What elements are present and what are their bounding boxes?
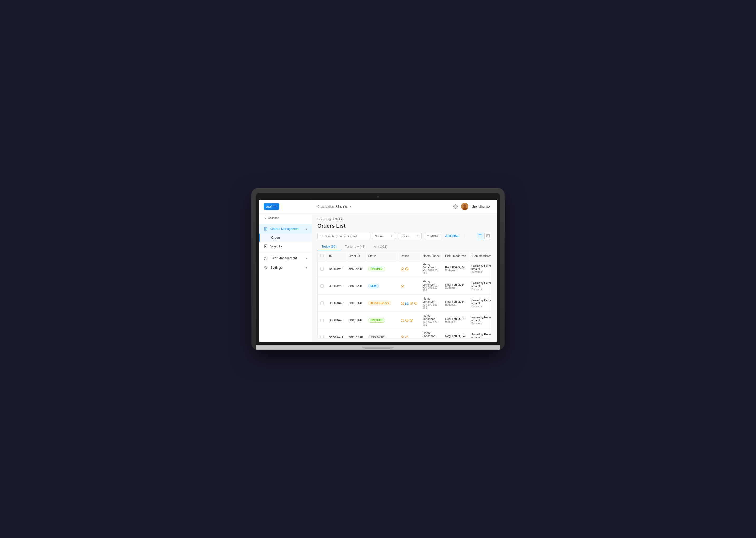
- id-column-header: ID: [327, 251, 346, 260]
- row-dropoff: Pázmány Péter utca, 9 Budapest: [469, 312, 491, 329]
- row-checkbox[interactable]: [320, 284, 324, 288]
- row-dropoff: Pázmány Péter utca, 9 Budapest: [469, 295, 491, 312]
- status-column-header: Status: [365, 251, 398, 260]
- search-box[interactable]: [317, 233, 370, 240]
- select-all-checkbox[interactable]: [320, 254, 324, 257]
- row-checkbox[interactable]: [320, 301, 324, 305]
- breadcrumb: Home page / Orders: [317, 218, 491, 221]
- row-checkbox-cell: [318, 277, 327, 295]
- svg-point-5: [265, 267, 266, 268]
- pickup-column-header: Pick up address: [443, 251, 469, 260]
- tab-tomorrow[interactable]: Tomorrow (43): [341, 242, 370, 251]
- sidebar-item-fleet-management[interactable]: Fleet Management ▼: [259, 253, 312, 263]
- customer-name: Henry Johanson: [423, 297, 440, 303]
- settings-gear-icon[interactable]: [453, 204, 458, 209]
- row-issues: [398, 329, 420, 338]
- clipboard-icon: [264, 227, 268, 231]
- table-row[interactable]: 3BD13A4F 3BD13A4F ASSIGNED Henry Johanso…: [318, 329, 491, 338]
- dropoff-street: Pázmány Péter utca, 9: [471, 333, 491, 338]
- main-content: Organization All areas ▼: [312, 200, 497, 342]
- row-checkbox-cell: [318, 329, 327, 338]
- nav-divider: [259, 252, 312, 252]
- row-status: FINISHED: [365, 260, 398, 277]
- select-all-header[interactable]: [318, 251, 327, 260]
- sidebar-item-orders-management[interactable]: Orders Management ▲: [259, 224, 312, 234]
- waybills-icon: [264, 244, 268, 248]
- search-icon: [320, 235, 323, 238]
- row-status: IN PROGRESS: [365, 295, 398, 312]
- page-content: Home page / Orders Orders List: [312, 213, 497, 342]
- tab-today-label: Today (69): [322, 245, 337, 248]
- row-id: 3BD13A4F: [327, 312, 346, 329]
- pickup-street: Régi Fóti út, 64: [445, 317, 466, 320]
- filter-icon: [427, 235, 429, 237]
- list-view-button[interactable]: [477, 233, 483, 240]
- row-issues: [398, 295, 420, 312]
- issues-icons: [401, 336, 418, 338]
- table-row[interactable]: 3BD13A4F 3BD13A4F IN PROGRESS Henry Joha…: [318, 295, 491, 312]
- dropoff-address: Pázmány Péter utca, 9 Budapest: [471, 316, 491, 325]
- row-order-id: 3BD13A4F: [346, 312, 365, 329]
- collapse-label: Collapse: [268, 216, 279, 219]
- org-value: All areas: [335, 205, 348, 208]
- filters-row: Status ▼ Issues ▼ MORE: [317, 233, 491, 240]
- sidebar-item-settings[interactable]: Settings ▼: [259, 263, 312, 272]
- dropoff-street: Pázmány Péter utca, 9: [471, 281, 491, 288]
- row-checkbox[interactable]: [320, 336, 324, 338]
- dropoff-address: Pázmány Péter utca, 9 Budapest: [471, 264, 491, 274]
- more-label: MORE: [430, 235, 439, 238]
- row-checkbox[interactable]: [320, 267, 324, 271]
- breadcrumb-home[interactable]: Home page: [317, 218, 332, 221]
- search-input[interactable]: [325, 235, 367, 238]
- issues-filter[interactable]: Issues ▼: [398, 233, 422, 240]
- header-right: Jhon Jhonson: [453, 203, 491, 210]
- chevron-left-icon: [264, 216, 267, 219]
- pickup-address: Régi Fóti út, 64 Budapest: [445, 283, 466, 289]
- sidebar-logo[interactable]: OnGobusiness: [259, 200, 312, 214]
- sidebar-item-waybills[interactable]: Waybills: [259, 242, 312, 251]
- customer-phone: +34 682 923 902: [423, 338, 440, 338]
- dropoff-address: Pázmány Péter utca, 9 Budapest: [471, 281, 491, 291]
- customer-phone: +34 682 923 902: [423, 269, 440, 275]
- tab-all-label: All (1021): [374, 245, 387, 248]
- customer-phone: +34 682 923 902: [423, 303, 440, 309]
- org-selector[interactable]: Organization All areas ▼: [317, 205, 352, 208]
- issues-icons: [401, 284, 418, 288]
- tab-all[interactable]: All (1021): [370, 242, 391, 251]
- table-row[interactable]: 3BD13A4F 3BD13A4F NEW Henry Johanson +34…: [318, 277, 491, 295]
- actions-button[interactable]: ACTIONS: [444, 233, 461, 240]
- status-badge: IN PROGRESS: [368, 301, 391, 305]
- user-avatar[interactable]: [461, 203, 469, 210]
- row-checkbox-cell: [318, 312, 327, 329]
- row-name-phone: Henry Johanson +34 682 923 902: [420, 260, 443, 277]
- collapse-button[interactable]: Collapse: [259, 214, 312, 222]
- dropoff-address: Pázmány Péter utca, 9 Budapest: [471, 298, 491, 308]
- status-badge: ASSIGNED: [368, 335, 386, 338]
- status-filter[interactable]: Status ▼: [372, 233, 396, 240]
- orders-table: ID Order ID Status Issues Name/Phone Pic…: [317, 251, 491, 338]
- name-phone: Henry Johanson +34 682 923 902: [423, 314, 440, 326]
- row-pickup: Régi Fóti út, 64 Budapest: [443, 260, 469, 277]
- tab-today[interactable]: Today (69): [317, 242, 341, 251]
- row-id: 3BD13A4F: [327, 295, 346, 312]
- row-issues: [398, 277, 420, 295]
- grid-view-button[interactable]: [484, 233, 491, 240]
- pickup-address: Régi Fóti út, 64 Budapest: [445, 266, 466, 272]
- tabs-row: Today (69) Tomorrow (43) All (1021): [317, 242, 491, 251]
- row-checkbox[interactable]: [320, 319, 324, 322]
- more-button[interactable]: MORE: [424, 233, 442, 240]
- logo: OnGobusiness: [264, 203, 279, 210]
- pickup-city: Budapest: [445, 269, 466, 272]
- table-row[interactable]: 3BD13A4F 3BD13A4F FINISHED Henry Johanso…: [318, 312, 491, 329]
- pickup-street: Régi Fóti út, 64: [445, 283, 466, 286]
- sidebar-item-orders[interactable]: Orders: [259, 234, 312, 242]
- row-order-id: 3BD13A4F: [346, 260, 365, 277]
- tab-tomorrow-label: Tomorrow (43): [345, 245, 365, 248]
- row-order-id: 3BD13A4F: [346, 329, 365, 338]
- row-checkbox-cell: [318, 295, 327, 312]
- table-row[interactable]: 3BD13A4F 3BD13A4F FINISHED Henry Johanso…: [318, 260, 491, 277]
- sidebar: OnGobusiness Collapse: [259, 200, 312, 342]
- user-name: Jhon Jhonson: [472, 205, 491, 208]
- top-header: Organization All areas ▼: [312, 200, 497, 213]
- row-dropoff: Pázmány Péter utca, 9 Budapest: [469, 260, 491, 277]
